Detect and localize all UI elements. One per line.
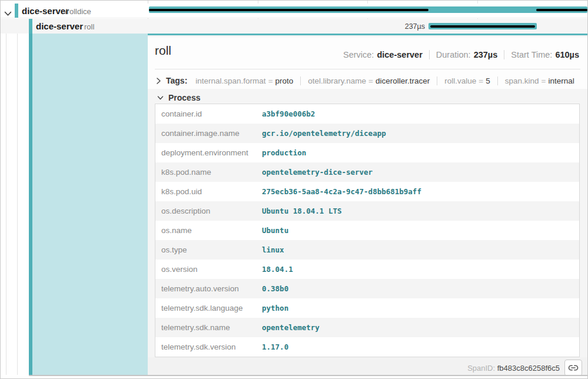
tags-section-label: Tags: — [166, 76, 187, 85]
process-section-label: Process — [168, 93, 200, 102]
process-value: opentelemetry-dice-server — [262, 168, 373, 177]
table-row: telemetry.sdk.languagepython — [155, 298, 579, 318]
span-operation-name: roll — [84, 22, 94, 31]
table-row: os.descriptionUbuntu 18.04.1 LTS — [155, 201, 579, 221]
table-row: telemetry.auto.version0.38b0 — [155, 279, 579, 298]
span-detail-panel: roll Service: dice-server Duration: 237µ… — [148, 34, 587, 375]
divider — [429, 50, 430, 59]
span-id-label: SpanID: — [467, 364, 495, 373]
process-key: os.description — [155, 207, 262, 215]
process-key: k8s.pod.name — [155, 168, 262, 177]
process-key: deployment.environment — [155, 148, 262, 157]
indent-guide — [6, 34, 6, 375]
span-row-roll-selected[interactable]: dice-server roll 237µs — [1, 19, 587, 34]
process-key: os.name — [155, 226, 262, 235]
process-key: container.image.name — [155, 129, 262, 138]
span-duration-label: 237µs — [377, 22, 425, 31]
trace-view-bottom-border — [29, 375, 587, 376]
process-value: a3bf90e006b2 — [262, 109, 315, 118]
process-key: telemetry.sdk.version — [155, 343, 262, 351]
tag-value: proto — [275, 77, 294, 85]
equals-sign: = — [542, 77, 546, 85]
process-value: opentelemetry — [262, 323, 320, 332]
process-accordion-toggle[interactable]: Process — [157, 91, 200, 104]
divider — [437, 77, 437, 85]
duration-label: Duration: — [436, 50, 471, 59]
tags-summary: internal.span.format=proto otel.library.… — [195, 77, 574, 85]
process-key: telemetry.sdk.language — [155, 304, 262, 312]
process-key-value-table: container.ida3bf90e006b2 container.image… — [155, 104, 580, 357]
process-key: k8s.pod.uid — [155, 187, 262, 196]
table-row: os.version18.04.1 — [155, 260, 579, 279]
span-service-name: dice-server — [36, 21, 83, 31]
tag-key: roll.value — [444, 77, 476, 85]
process-value: production — [262, 148, 306, 157]
jaeger-trace-detail-view: dice-server /rolldice dice-server roll 2… — [0, 0, 588, 379]
process-value: 0.38b0 — [262, 284, 288, 293]
tag-key: otel.library.name — [308, 77, 366, 85]
process-value: python — [262, 304, 288, 312]
table-row: container.image.namegcr.io/opentelemetry… — [155, 124, 579, 143]
table-row: container.ida3bf90e006b2 — [155, 104, 579, 124]
table-row: deployment.environmentproduction — [155, 143, 579, 162]
process-key: os.type — [155, 245, 262, 254]
tag-value: diceroller.tracer — [376, 77, 430, 85]
process-value: linux — [262, 245, 284, 254]
equals-sign: = — [368, 77, 373, 85]
tag-value: internal — [548, 77, 574, 85]
service-color-bar — [29, 19, 32, 34]
equals-sign: = — [479, 77, 483, 85]
tag-value: 5 — [486, 77, 490, 85]
indent-guide — [17, 34, 18, 375]
process-value: gcr.io/opentelemetry/diceapp — [262, 129, 386, 138]
span-id: SpanID: fb483c8c6258f6c5 — [467, 364, 560, 373]
process-value: Ubuntu — [262, 226, 288, 235]
span-overview: Service: dice-server Duration: 237µs Sta… — [343, 50, 579, 59]
table-row: k8s.pod.uid275ecb36-5aa8-4c2a-9c47-d8bb6… — [155, 182, 579, 201]
table-row: k8s.pod.nameopentelemetry-dice-server — [155, 162, 579, 182]
critical-path-segment — [536, 9, 587, 11]
service-value: dice-server — [377, 50, 422, 59]
span-id-value: fb483c8c6258f6c5 — [497, 364, 560, 373]
process-key: telemetry.sdk.name — [155, 323, 262, 332]
collapse-children-chevron-down-icon[interactable] — [4, 8, 12, 14]
start-time-value: 610µs — [555, 50, 579, 59]
start-time-label: Start Time: — [511, 50, 552, 59]
divider — [504, 50, 504, 59]
selected-span-highlight — [32, 34, 148, 375]
critical-path-segment — [430, 25, 535, 28]
process-key: container.id — [155, 109, 262, 118]
table-row: telemetry.sdk.nameopentelemetry — [155, 318, 579, 337]
process-value: 275ecb36-5aa8-4c2a-9c47-d8bb681b9aff — [262, 187, 421, 196]
divider — [300, 77, 301, 85]
chevron-right-icon — [156, 77, 161, 85]
process-value: Ubuntu 18.04.1 LTS — [262, 207, 341, 215]
table-row: os.nameUbuntu — [155, 221, 579, 240]
link-icon — [568, 363, 579, 373]
process-value: 18.04.1 — [262, 265, 293, 274]
table-row: os.typelinux — [155, 240, 579, 260]
tags-accordion-toggle[interactable]: Tags: internal.span.format=proto otel.li… — [156, 73, 574, 88]
span-detail-footer: SpanID: fb483c8c6258f6c5 — [148, 357, 587, 375]
tag-key: span.kind — [505, 77, 539, 85]
span-title: roll — [155, 44, 171, 58]
deep-link-button[interactable] — [564, 360, 582, 376]
process-value: 1.17.0 — [262, 343, 288, 351]
equals-sign: = — [268, 77, 273, 85]
span-service-name: dice-server — [22, 6, 69, 16]
tag-key: internal.span.format — [195, 77, 265, 85]
chevron-down-icon — [157, 95, 164, 101]
duration-value: 237µs — [474, 50, 498, 59]
critical-path-segment — [149, 9, 428, 11]
process-key: telemetry.auto.version — [155, 284, 262, 293]
header-divider — [155, 69, 580, 69]
process-key: os.version — [155, 265, 262, 274]
service-label: Service: — [343, 50, 374, 59]
divider — [497, 77, 498, 85]
span-operation-name: /rolldice — [65, 7, 91, 16]
span-tree-gutter — [1, 34, 148, 375]
service-color-bar — [15, 4, 18, 18]
span-row-rolldice[interactable]: dice-server /rolldice — [1, 4, 587, 18]
table-row: telemetry.sdk.version1.17.0 — [155, 337, 579, 357]
